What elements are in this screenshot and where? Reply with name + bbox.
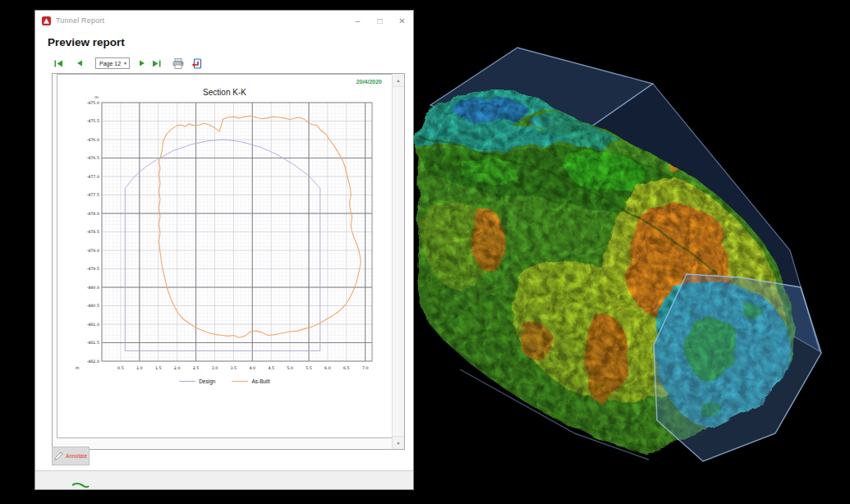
svg-text:-477.5: -477.5 — [87, 193, 99, 197]
design-line-swatch — [179, 381, 195, 382]
svg-text:m: m — [76, 366, 80, 370]
svg-text:m.: m. — [94, 95, 99, 99]
legend-label-asbuilt: As-Built — [251, 378, 269, 384]
vertical-scrollbar[interactable]: ▲ ▼ — [392, 74, 404, 449]
svg-text:-479.5: -479.5 — [87, 267, 99, 271]
svg-text:-478.0: -478.0 — [87, 212, 99, 216]
tunnel-report-window: Tunnel Report – □ ✕ Preview report Page … — [34, 10, 414, 490]
svg-text:5.5: 5.5 — [306, 366, 312, 370]
svg-text:-475.0: -475.0 — [87, 101, 99, 105]
svg-text:-477.0: -477.0 — [87, 175, 99, 179]
svg-text:2.0: 2.0 — [174, 366, 181, 370]
window-footer — [35, 470, 413, 489]
close-button[interactable]: ✕ — [391, 11, 413, 30]
title-bar[interactable]: Tunnel Report – □ ✕ — [35, 11, 413, 30]
pencil-icon — [54, 451, 63, 460]
chart-legend: Design As-Built — [57, 378, 392, 384]
svg-text:6.5: 6.5 — [343, 366, 350, 370]
cropped-logo-mark — [71, 482, 90, 493]
svg-text:5.0: 5.0 — [287, 366, 293, 370]
previous-page-icon[interactable] — [76, 60, 83, 66]
report-toolbar: Page 12 ▼ — [54, 57, 413, 70]
screenshot-stage: Tunnel Report – □ ✕ Preview report Page … — [0, 0, 850, 504]
svg-text:-479.0: -479.0 — [87, 249, 99, 253]
page-title: Preview report — [48, 36, 413, 48]
svg-text:2.5: 2.5 — [193, 366, 200, 370]
maximize-button[interactable]: □ — [369, 11, 391, 30]
svg-text:-481.5: -481.5 — [87, 341, 99, 345]
svg-text:1.0: 1.0 — [136, 366, 143, 370]
svg-text:-476.5: -476.5 — [87, 156, 99, 160]
legend-item-design: Design — [179, 378, 215, 384]
svg-text:4.0: 4.0 — [249, 366, 255, 370]
print-icon[interactable] — [172, 58, 184, 69]
report-page: 20/4/2020 Section K-K -475.0-475.5-476.0… — [57, 74, 393, 438]
asbuilt-line-swatch — [232, 381, 248, 382]
svg-text:1.5: 1.5 — [155, 366, 162, 370]
app-logo-icon — [42, 16, 51, 25]
svg-text:6.0: 6.0 — [324, 366, 331, 370]
section-chart: -475.0-475.5-476.0-476.5-477.0-477.5-478… — [57, 75, 393, 403]
svg-text:3.0: 3.0 — [212, 366, 218, 370]
legend-label-design: Design — [199, 378, 215, 384]
chevron-down-icon: ▼ — [123, 61, 127, 66]
next-page-icon[interactable] — [139, 60, 145, 66]
svg-text:-475.5: -475.5 — [87, 119, 99, 123]
svg-text:-478.5: -478.5 — [87, 230, 99, 234]
svg-text:-480.5: -480.5 — [87, 304, 99, 308]
svg-text:3.5: 3.5 — [231, 366, 237, 370]
last-page-icon[interactable] — [152, 60, 161, 67]
page-select-value: Page 12 — [99, 61, 121, 66]
scroll-down-icon[interactable]: ▼ — [393, 436, 404, 449]
annotate-label: Annotate — [66, 453, 87, 459]
export-report-icon[interactable] — [191, 58, 202, 69]
page-select-dropdown[interactable]: Page 12 ▼ — [95, 57, 130, 69]
envelope-near-face — [654, 274, 821, 461]
svg-text:-481.0: -481.0 — [87, 323, 99, 327]
window-title: Tunnel Report — [56, 16, 104, 25]
svg-text:0.5: 0.5 — [117, 366, 124, 370]
svg-text:4.5: 4.5 — [268, 366, 274, 370]
svg-text:-482.0: -482.0 — [87, 360, 99, 364]
minimize-button[interactable]: – — [347, 11, 369, 30]
svg-text:7.0: 7.0 — [362, 366, 369, 370]
annotate-button[interactable]: Annotate — [52, 447, 90, 465]
svg-text:-476.0: -476.0 — [87, 138, 99, 142]
scroll-up-icon[interactable]: ▲ — [393, 74, 404, 87]
first-page-icon[interactable] — [54, 60, 63, 67]
svg-text:-480.0: -480.0 — [87, 286, 99, 290]
legend-item-asbuilt: As-Built — [232, 378, 269, 384]
report-preview-panel[interactable]: 20/4/2020 Section K-K -475.0-475.5-476.0… — [52, 73, 405, 450]
